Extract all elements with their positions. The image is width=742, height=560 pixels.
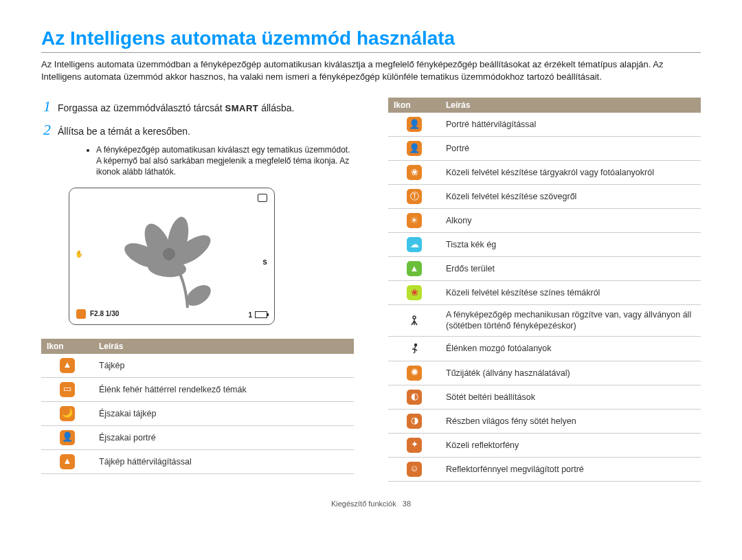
th-desc: Leírás — [93, 339, 354, 354]
icon-cell — [388, 336, 440, 361]
table-row: ◑Részben világos fény sötét helyen — [388, 409, 701, 433]
svg-point-7 — [413, 316, 416, 319]
right-column: Ikon Leírás 👤Portré háttérvilágítással👤P… — [388, 98, 701, 482]
icon-cell: ✦ — [388, 433, 440, 457]
hud-exposure: F2.8 1/30 — [90, 310, 119, 317]
hud-bottom-right: 1 — [248, 311, 267, 319]
table-row: ▲Tájkép — [41, 354, 354, 378]
desc-cell: Közeli reflektorfény — [440, 433, 701, 457]
desc-cell: Tájkép háttérvilágítással — [93, 449, 354, 473]
title-rule — [41, 52, 701, 53]
icon-table-left: Ikon Leírás ▲Tájkép▭Élénk fehér háttérre… — [41, 339, 354, 474]
fireworks-icon: ✺ — [407, 366, 422, 381]
icon-cell — [388, 305, 440, 337]
table-row: 🌙Éjszakai tájkép — [41, 401, 354, 425]
white-bg-icon: ▭ — [60, 382, 75, 397]
th-desc: Leírás — [440, 98, 701, 113]
table-row: ▲Tájkép háttérvilágítással — [41, 449, 354, 473]
desc-cell: Portré — [440, 137, 701, 161]
close-spotlight-icon: ✦ — [407, 438, 422, 453]
table-row: ☁Tiszta kék ég — [388, 233, 701, 257]
desc-cell: Tűzijáték (állvány használatával) — [440, 361, 701, 385]
step-2-bullets: A fényképezőgép automatikusan kiválaszt … — [69, 144, 354, 178]
icon-cell: ✺ — [388, 361, 440, 385]
desc-cell: Élénk fehér háttérrel rendelkező témák — [93, 377, 354, 401]
icon-cell: 👤 — [41, 425, 93, 449]
hud-smart-icon: s — [262, 257, 267, 267]
table-row: 👤Portré — [388, 137, 701, 161]
icon-table-right: Ikon Leírás 👤Portré háttérvilágítással👤P… — [388, 98, 701, 482]
lcd-illustration: ✋ s F2.8 1/30 1 — [69, 188, 354, 325]
icon-cell: ❀ — [388, 281, 440, 305]
icon-cell: 👤 — [388, 137, 440, 161]
portrait-icon: 👤 — [407, 141, 422, 156]
hud-antishake-icon: ✋ — [75, 250, 83, 258]
icon-cell: 🌙 — [41, 401, 93, 425]
table-row: ❀Közeli felvétel készítése tárgyakról va… — [388, 161, 701, 185]
battery-icon — [255, 311, 267, 318]
desc-cell: A fényképezőgép mechanikusan rögzítve va… — [440, 305, 701, 337]
table-row: ☀Alkony — [388, 209, 701, 233]
macro-color-icon: ❀ — [407, 285, 422, 300]
step-2: 2 Állítsa be a témát a keresőben. — [41, 121, 354, 139]
th-icon: Ikon — [388, 98, 440, 113]
icon-cell: ☀ — [388, 209, 440, 233]
page-footer: Kiegészítő funkciók 38 — [41, 500, 701, 508]
hud-bottom-left: F2.8 1/30 — [76, 309, 119, 319]
backlit-landscape-icon: ▲ — [60, 454, 75, 469]
tripod-icon — [407, 313, 422, 328]
icon-cell: ▲ — [41, 354, 93, 378]
desc-cell: Közeli felvétel készítése tárgyakról vag… — [440, 161, 701, 185]
hud-resolution-icon — [258, 194, 267, 203]
footer-section: Kiegészítő funkciók — [331, 500, 396, 508]
desc-cell: Élénken mozgó fotóalanyok — [440, 336, 701, 361]
table-row: ☺Reflektorfénnyel megvilágított portré — [388, 457, 701, 481]
step-2-bullet: A fényképezőgép automatikusan kiválaszt … — [96, 144, 354, 178]
partial-light-icon: ◑ — [407, 414, 422, 429]
step-1: 1 Forgassa az üzemmódválasztó tárcsát SM… — [41, 98, 354, 115]
manual-page: Az Intelligens automata üzemmód használa… — [0, 0, 742, 522]
desc-cell: Tájkép — [93, 354, 354, 378]
desc-cell: Erdős terület — [440, 257, 701, 281]
table-row: ❀Közeli felvétel készítése színes témákr… — [388, 281, 701, 305]
dark-indoor-icon: ◐ — [407, 390, 422, 405]
desc-cell: Reflektorfénnyel megvilágított portré — [440, 457, 701, 481]
table-row: ▲Erdős terület — [388, 257, 701, 281]
flower-silhouette-icon — [117, 208, 227, 311]
svg-point-8 — [415, 344, 417, 346]
macro-object-icon: ❀ — [407, 165, 422, 180]
table-row: ◐Sötét beltéri beállítások — [388, 385, 701, 409]
step-text-before: Forgassa az üzemmódválasztó tárcsát — [58, 102, 225, 113]
sunset-icon: ☀ — [407, 213, 422, 228]
two-column-layout: 1 Forgassa az üzemmódválasztó tárcsát SM… — [41, 98, 701, 482]
table-row: Élénken mozgó fotóalanyok — [388, 336, 701, 361]
night-portrait-icon: 👤 — [60, 430, 75, 445]
table-row: 👤Portré háttérvilágítással — [388, 113, 701, 137]
table-row: ✦Közeli reflektorfény — [388, 433, 701, 457]
greenery-icon: ▲ — [407, 261, 422, 276]
step-number: 1 — [41, 98, 51, 115]
table-row: ▭Élénk fehér háttérrel rendelkező témák — [41, 377, 354, 401]
intro-text: Az Intelligens automata üzemmódban a fén… — [41, 58, 701, 82]
scene-mode-icon — [76, 309, 86, 319]
th-icon: Ikon — [41, 339, 93, 354]
icon-cell: ▲ — [41, 449, 93, 473]
step-text-after: állásba. — [261, 102, 294, 113]
table-row: ✺Tűzijáték (állvány használatával) — [388, 361, 701, 385]
landscape-icon: ▲ — [60, 358, 75, 373]
table-row: A fényképezőgép mechanikusan rögzítve va… — [388, 305, 701, 337]
mode-dial-label: SMART — [225, 103, 259, 113]
icon-cell: ☁ — [388, 233, 440, 257]
left-column: 1 Forgassa az üzemmódválasztó tárcsát SM… — [41, 98, 354, 482]
table-row: 👤Éjszakai portré — [41, 425, 354, 449]
night-landscape-icon: 🌙 — [60, 406, 75, 421]
desc-cell: Közeli felvétel készítése szövegről — [440, 185, 701, 209]
macro-text-icon: Ⓣ — [407, 189, 422, 204]
backlit-portrait-icon: 👤 — [407, 117, 422, 132]
icon-cell: ◐ — [388, 385, 440, 409]
desc-cell: Éjszakai portré — [93, 425, 354, 449]
footer-page: 38 — [403, 500, 411, 508]
icon-cell: Ⓣ — [388, 185, 440, 209]
camera-lcd: ✋ s F2.8 1/30 1 — [69, 188, 275, 325]
icon-cell: 👤 — [388, 113, 440, 137]
